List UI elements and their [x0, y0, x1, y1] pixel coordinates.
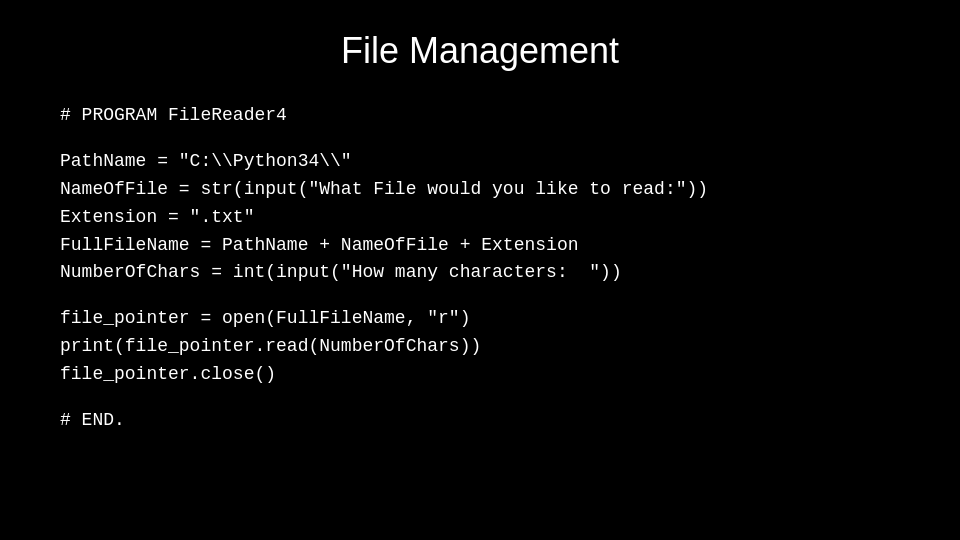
spacer-3: [60, 389, 900, 407]
slide-container: File Management # PROGRAM FileReader4 Pa…: [0, 0, 960, 540]
spacer-2: [60, 287, 900, 305]
code-file-ops: file_pointer = open(FullFileName, "r") p…: [60, 305, 900, 389]
code-main: PathName = "C:\\Python34\\" NameOfFile =…: [60, 148, 900, 287]
spacer-1: [60, 130, 900, 148]
code-comment-end: # END.: [60, 407, 900, 435]
slide-title: File Management: [60, 30, 900, 72]
code-comment-program: # PROGRAM FileReader4: [60, 102, 900, 130]
